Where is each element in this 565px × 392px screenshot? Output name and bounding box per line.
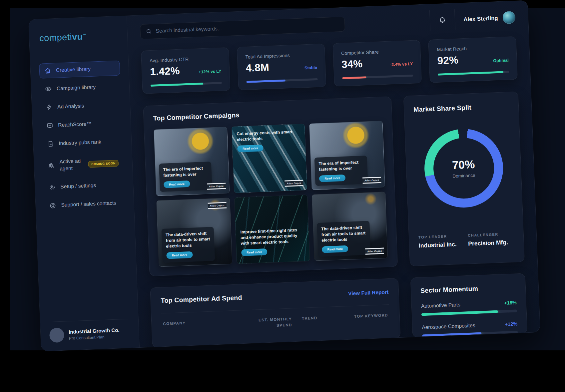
market-share-split-panel: Market Share Split 70% Dominance TOP LEA…: [403, 92, 525, 266]
column-company: COMPANY: [163, 318, 242, 333]
sector-progress-fill: [421, 310, 498, 316]
user-menu[interactable]: Alex Sterling: [455, 11, 516, 26]
kpi-row: Avg. Industry CTR 1.42% +12% vs LY Total…: [141, 36, 518, 94]
sidebar-item-active-ad-agent[interactable]: Active ad agent COMING SOON: [43, 152, 124, 177]
sidebar-item-label: Support / sales contacts: [61, 200, 116, 209]
read-more-button[interactable]: Read more: [322, 245, 348, 253]
chart-board-icon: [46, 122, 53, 129]
kpi-progress-fill: [342, 76, 366, 79]
sidebar-item-creative-library[interactable]: Creative library: [39, 61, 120, 79]
kpi-value: 34%: [341, 58, 363, 71]
kpi-progress-fill: [151, 83, 203, 87]
kpi-label: Competitor Share: [341, 48, 412, 56]
brand-badge: Atlas Copco: [362, 177, 381, 184]
campaign-tiles: The era of imperfect fastening is over R…: [154, 121, 388, 267]
kpi-progress-track: [151, 82, 222, 87]
kpi-progress-fill: [438, 71, 503, 76]
gear-icon: [49, 184, 56, 191]
sector-momentum-panel: Sector Momentum Automotive Parts +18% Ae…: [410, 273, 528, 338]
sidebar-item-reachscore[interactable]: ReachScore™: [41, 115, 122, 133]
account-summary: Industrial Growth Co. Pro Consultant Pla…: [49, 319, 130, 343]
column-trend: TREND: [302, 314, 338, 328]
brand-badge: Atlas Copco: [208, 202, 227, 209]
campaign-tile[interactable]: Cut energy costs with smart electric too…: [231, 124, 307, 193]
sector-delta: +18%: [504, 300, 517, 305]
search-input[interactable]: [156, 21, 339, 34]
sidebar: competivu™ Creative library Campaign lib…: [29, 16, 140, 351]
kpi-card-market-reach: Market Reach 92% Optimal: [428, 36, 518, 83]
kpi-progress-track: [246, 78, 317, 83]
sidebar-item-support-sales[interactable]: Support / sales contacts: [44, 196, 126, 213]
app-logo: competivu™: [39, 30, 119, 44]
main-area: Alex Sterling Avg. Industry CTR 1.42% +1…: [127, 0, 540, 347]
brand-badge: Atlas Copco: [365, 248, 384, 255]
leader-caption: TOP LEADER: [418, 233, 465, 239]
home-icon: [44, 67, 51, 74]
kpi-card-total-ad-impressions: Total Ad Impressions 4.8M Stable: [237, 44, 326, 90]
panel-title: Sector Momentum: [420, 283, 516, 294]
kpi-card-competitor-share: Competitor Share 34% -2.4% vs LY: [332, 40, 422, 87]
sector-label: Aerospace Composites: [422, 322, 475, 330]
kpi-value: 92%: [437, 54, 458, 67]
search-bar[interactable]: [140, 16, 345, 39]
company-name: Industrial Growth Co.: [69, 327, 120, 335]
kpi-delta: Optimal: [493, 58, 509, 63]
sector-label: Automotive Parts: [421, 302, 461, 309]
user-name: Alex Sterling: [463, 15, 498, 22]
read-more-button[interactable]: Read more: [164, 181, 190, 188]
sidebar-item-campaign-library[interactable]: Campaign library: [40, 79, 121, 97]
panel-title: Market Share Split: [413, 102, 509, 114]
campaign-tile[interactable]: The era of imperfect fastening is over R…: [154, 127, 230, 196]
kpi-label: Market Reach: [437, 44, 508, 52]
kpi-progress-track: [438, 71, 509, 76]
campaign-tile[interactable]: The era of imperfect fastening is over R…: [309, 121, 385, 190]
read-more-button[interactable]: Read more: [237, 145, 264, 152]
notifications-button[interactable]: [429, 9, 455, 31]
logo-bold: vu: [72, 32, 83, 42]
view-full-report-link[interactable]: View Full Report: [348, 289, 389, 297]
campaign-caption: Improve first-time-right rates and enhan…: [240, 227, 303, 246]
read-more-button[interactable]: Read more: [319, 175, 345, 182]
column-top-keyword: TOP KEYWORD: [347, 312, 388, 326]
campaign-caption: Cut energy costs with smart electric too…: [237, 129, 295, 143]
eye-icon: [45, 86, 52, 93]
sidebar-item-ad-analysis[interactable]: Ad Analysis: [40, 97, 122, 115]
campaign-tile[interactable]: The data-driven shift from air tools to …: [156, 197, 232, 267]
kpi-value: 4.8M: [246, 61, 269, 74]
kpi-delta: Stable: [304, 65, 317, 70]
panel-title: Top Competitor Ad Spend: [161, 294, 242, 304]
kpi-value: 1.42%: [150, 65, 180, 78]
kpi-card-avg-industry-ctr: Avg. Industry CTR 1.42% +12% vs LY: [141, 47, 231, 94]
leader-name: Industrial Inc.: [419, 240, 465, 249]
sidebar-item-label: Campaign library: [57, 84, 96, 92]
brand-badge: Atlas Copco: [207, 183, 226, 190]
panel-title: Top Competitor Campaigns: [153, 106, 382, 122]
column-est-monthly-spend: EST. MONTHLY SPEND: [251, 316, 292, 329]
momentum-row: Automotive Parts +18%: [421, 299, 517, 316]
campaign-caption: The data-driven shift from air tools to …: [166, 231, 211, 249]
sidebar-item-label: ReachScore™: [58, 121, 92, 129]
kpi-progress-track: [342, 75, 413, 79]
campaign-tile[interactable]: Improve first-time-right rates and enhan…: [234, 195, 310, 264]
brand-badge: Atlas Copco: [284, 180, 303, 187]
kpi-delta: +12% vs LY: [199, 69, 221, 75]
donut-value: 70%: [452, 158, 475, 172]
coming-soon-badge: COMING SOON: [88, 160, 119, 167]
read-more-button[interactable]: Read more: [166, 251, 193, 259]
kpi-delta: -2.4% vs LY: [390, 62, 413, 67]
app-window: competivu™ Creative library Campaign lib…: [28, 0, 540, 351]
sidebar-item-label: Active ad agent: [59, 158, 84, 173]
user-avatar: [502, 11, 515, 24]
top-competitor-campaigns-panel: Top Competitor Campaigns The era of impe…: [143, 96, 398, 276]
campaign-tile[interactable]: The data-driven shift from air tools to …: [312, 192, 388, 261]
sidebar-item-setup-settings[interactable]: Setup / settings: [44, 177, 125, 195]
share-legend: TOP LEADER Industrial Inc. CHALLENGER Pr…: [418, 232, 514, 249]
logo-light: competi: [39, 32, 72, 43]
top-competitor-ad-spend-panel: Top Competitor Ad Spend View Full Report…: [150, 278, 400, 347]
campaign-caption: The era of imperfect fastening is over: [318, 160, 363, 173]
sidebar-item-label: Industry pubs rank: [59, 139, 101, 147]
sector-delta: +12%: [505, 321, 517, 327]
read-more-button[interactable]: Read more: [241, 248, 268, 256]
sidebar-item-industry-pubs-rank[interactable]: Industry pubs rank: [42, 134, 123, 152]
topbar-right: Alex Sterling: [429, 7, 516, 31]
